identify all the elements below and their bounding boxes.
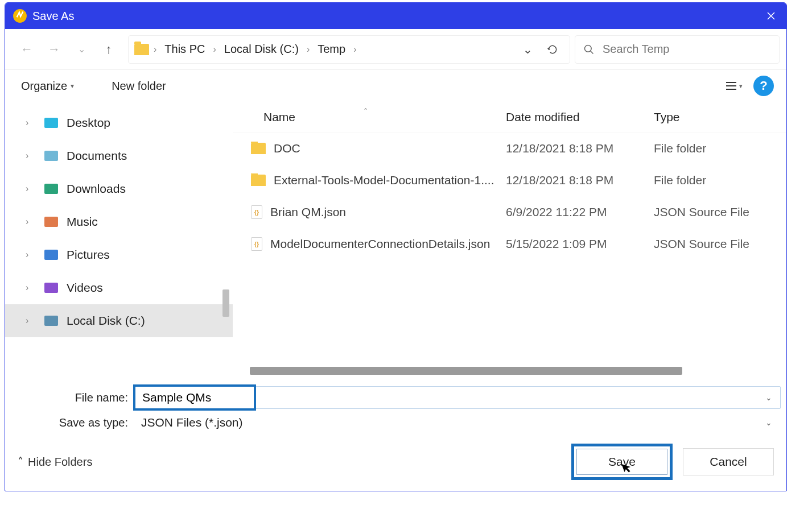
new-folder-button[interactable]: New folder xyxy=(106,76,172,96)
tree-item-pictures[interactable]: ›Pictures xyxy=(5,238,233,271)
json-file-icon: {} xyxy=(251,205,262,219)
forward-button[interactable]: → xyxy=(43,38,65,61)
desktop-icon xyxy=(44,117,59,129)
svg-rect-4 xyxy=(44,184,58,194)
navigation-bar: ← → ⌄ ↑ › This PC › Local Disk (C:) › Te… xyxy=(5,29,786,70)
file-list: Name ˄ Date modified Type DOC12/18/2021 … xyxy=(233,102,786,376)
organize-button[interactable]: Organize ▾ xyxy=(15,76,80,96)
chevron-right-icon: › xyxy=(151,44,159,55)
save-as-type-label: Save as type: xyxy=(11,416,135,429)
tree-item-videos[interactable]: ›Videos xyxy=(5,271,233,304)
svg-rect-7 xyxy=(44,283,58,293)
tree-item-label: Music xyxy=(67,215,98,229)
tree-item-music[interactable]: ›Music xyxy=(5,205,233,238)
svg-rect-3 xyxy=(44,151,58,161)
tree-item-label: Desktop xyxy=(67,116,110,130)
up-button[interactable]: ↑ xyxy=(97,38,120,61)
tree-item-downloads[interactable]: ›Downloads xyxy=(5,172,233,205)
file-row[interactable]: External-Tools-Model-Documentation-1....… xyxy=(233,164,786,196)
help-button[interactable]: ? xyxy=(751,73,776,98)
pictures-icon xyxy=(44,249,59,260)
column-date[interactable]: Date modified xyxy=(506,110,654,124)
expand-icon[interactable]: › xyxy=(26,250,36,260)
svg-rect-6 xyxy=(44,250,58,260)
search-icon xyxy=(583,44,595,55)
save-button[interactable]: Save xyxy=(571,444,673,480)
chevron-right-icon: › xyxy=(351,44,358,55)
cancel-button[interactable]: Cancel xyxy=(683,448,774,475)
back-button[interactable]: ← xyxy=(15,38,38,61)
app-icon xyxy=(12,8,28,24)
videos-icon xyxy=(44,282,59,293)
save-form: File name: ⌄ Save as type: JSON Files (*… xyxy=(5,376,786,438)
tree-item-label: Downloads xyxy=(67,182,126,196)
close-button[interactable] xyxy=(758,3,784,29)
chevron-up-icon: ˄ xyxy=(18,455,23,469)
titlebar: Save As xyxy=(5,3,786,29)
toolbar: Organize ▾ New folder ▾ ? xyxy=(5,70,786,102)
file-row[interactable]: {}ModelDocumenterConnectionDetails.json5… xyxy=(233,228,786,260)
tree-item-label: Pictures xyxy=(67,248,110,262)
svg-rect-8 xyxy=(44,316,58,326)
file-date: 12/18/2021 8:18 PM xyxy=(506,173,654,187)
column-name[interactable]: Name ˄ xyxy=(233,110,506,124)
expand-icon[interactable]: › xyxy=(26,283,36,293)
address-bar[interactable]: › This PC › Local Disk (C:) › Temp › ⌄ xyxy=(128,35,570,64)
tree-item-desktop[interactable]: ›Desktop xyxy=(5,106,233,139)
address-dropdown-button[interactable]: ⌄ xyxy=(516,38,539,61)
chevron-down-icon[interactable]: ⌄ xyxy=(765,393,772,402)
chevron-down-icon[interactable]: ⌄ xyxy=(765,418,772,427)
search-box[interactable] xyxy=(575,35,780,64)
folder-icon xyxy=(251,143,266,154)
expand-icon[interactable]: › xyxy=(26,217,36,227)
expand-icon[interactable]: › xyxy=(26,184,36,194)
file-name-field[interactable]: ⌄ xyxy=(135,386,781,409)
file-name: Brian QM.json xyxy=(270,205,346,219)
recent-locations-button[interactable]: ⌄ xyxy=(70,38,93,61)
tree-item-documents[interactable]: ›Documents xyxy=(5,139,233,172)
file-name: ModelDocumenterConnectionDetails.json xyxy=(270,237,490,251)
nav-arrows: ← → ⌄ ↑ xyxy=(12,38,123,61)
navigation-pane: ›Desktop›Documents›Downloads›Music›Pictu… xyxy=(5,102,233,376)
file-row[interactable]: DOC12/18/2021 8:18 PMFile folder xyxy=(233,133,786,164)
tree-item-drive[interactable]: ›Local Disk (C:) xyxy=(5,304,233,337)
music-icon xyxy=(44,216,59,227)
svg-point-1 xyxy=(585,45,592,52)
dialog-title: Save As xyxy=(32,10,74,23)
file-name: External-Tools-Model-Documentation-1.... xyxy=(274,173,494,187)
svg-rect-2 xyxy=(44,118,58,128)
breadcrumb-local-disk[interactable]: Local Disk (C:) xyxy=(221,43,302,56)
json-file-icon: {} xyxy=(251,237,262,251)
file-type: File folder xyxy=(654,173,786,187)
breadcrumb-this-pc[interactable]: This PC xyxy=(161,43,208,56)
tree-item-label: Local Disk (C:) xyxy=(67,314,145,328)
breadcrumb-temp[interactable]: Temp xyxy=(314,43,349,56)
view-options-button[interactable]: ▾ xyxy=(722,73,747,98)
expand-icon[interactable]: › xyxy=(26,316,36,326)
file-date: 12/18/2021 8:18 PM xyxy=(506,142,654,155)
file-type: JSON Source File xyxy=(654,205,786,219)
hide-folders-button[interactable]: ˄ Hide Folders xyxy=(18,455,92,469)
dialog-footer: ˄ Hide Folders Save Cancel xyxy=(5,438,786,491)
expand-icon[interactable]: › xyxy=(26,151,36,161)
file-name-label: File name: xyxy=(11,391,135,404)
main-area: ›Desktop›Documents›Downloads›Music›Pictu… xyxy=(5,102,786,376)
documents-icon xyxy=(44,150,59,162)
file-date: 6/9/2022 11:22 PM xyxy=(506,205,654,219)
column-type[interactable]: Type xyxy=(654,110,786,124)
file-type: File folder xyxy=(654,142,786,155)
refresh-button[interactable] xyxy=(541,38,564,61)
folder-icon xyxy=(251,175,266,186)
file-row[interactable]: {}Brian QM.json6/9/2022 11:22 PMJSON Sou… xyxy=(233,196,786,228)
save-as-dialog: Save As ← → ⌄ ↑ › This PC › Local Disk (… xyxy=(5,2,787,491)
chevron-down-icon: ▾ xyxy=(71,82,74,90)
search-input[interactable] xyxy=(601,42,771,56)
file-name: DOC xyxy=(274,142,300,155)
save-as-type-field[interactable]: JSON Files (*.json) ⌄ xyxy=(135,412,781,433)
file-name-input[interactable] xyxy=(141,390,774,405)
column-headers: Name ˄ Date modified Type xyxy=(233,102,786,133)
sort-ascending-icon: ˄ xyxy=(364,107,368,116)
chevron-right-icon: › xyxy=(304,44,312,55)
expand-icon[interactable]: › xyxy=(26,118,36,128)
svg-rect-5 xyxy=(44,217,58,227)
